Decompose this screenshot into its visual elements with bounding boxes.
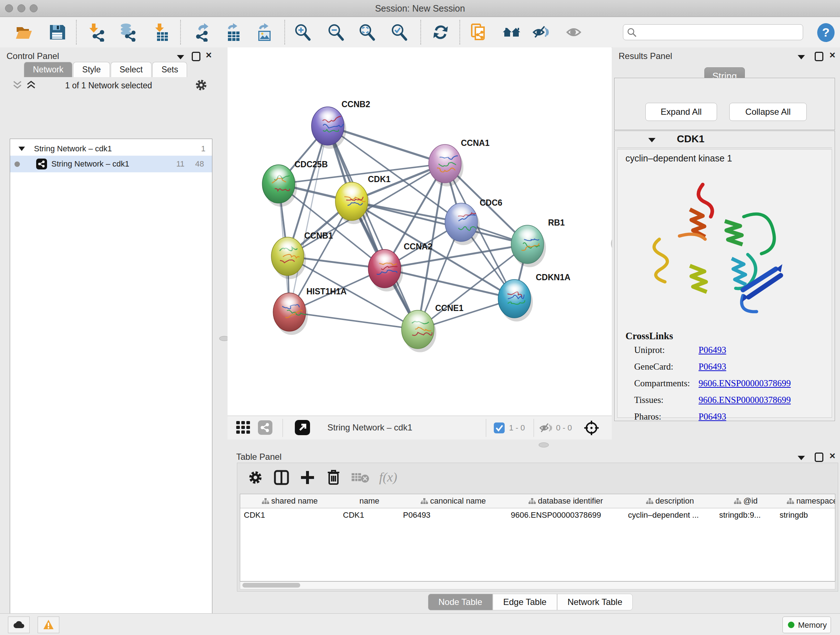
node-label-CCNE1[interactable]: CCNE1 — [435, 303, 463, 313]
network-node-CDKN1A[interactable]: CDKN1A — [498, 272, 570, 321]
network-edge-CCNB2-CCNE1[interactable] — [328, 126, 418, 329]
crosslink-link[interactable]: P06493 — [699, 345, 726, 355]
import-table-icon[interactable] — [152, 23, 171, 42]
table-cell[interactable]: stringdb:9... — [715, 508, 776, 522]
horizontal-splitter[interactable] — [227, 440, 840, 450]
tab-sets[interactable]: Sets — [152, 62, 187, 77]
network-node-CCNB2[interactable]: CCNB2 — [311, 100, 370, 149]
open-in-window-icon[interactable] — [295, 420, 310, 435]
network-edge-CCNA2-CDKN1A[interactable] — [385, 269, 515, 299]
add-column-icon[interactable] — [300, 470, 316, 486]
network-node-CDK1[interactable]: CDK1 — [335, 174, 391, 224]
collapse-all-button[interactable]: Collapse All — [729, 103, 807, 121]
column-header-shared-name[interactable]: shared name — [240, 494, 340, 508]
network-node-RB1[interactable]: RB1 — [511, 218, 565, 267]
tab-node-table[interactable]: Node Table — [428, 594, 493, 610]
network-node-CCNA2[interactable]: CCNA2 — [368, 242, 432, 291]
selected-checkbox-icon[interactable] — [494, 423, 505, 433]
splitter-handle[interactable] — [538, 442, 549, 448]
network-edge-HIST1H1A-CCNE1[interactable] — [289, 312, 418, 329]
string-view-icon[interactable] — [258, 420, 272, 435]
table-cell[interactable]: CDK1 — [240, 508, 339, 522]
table-cell[interactable]: CDK1 — [339, 508, 399, 522]
clone-network-icon[interactable] — [470, 23, 488, 42]
tab-edge-table[interactable]: Edge Table — [493, 594, 557, 610]
network-node-CDC25B[interactable]: CDC25B — [262, 160, 328, 207]
table-scrollbar[interactable] — [240, 581, 835, 589]
expand-all-button[interactable]: Expand All — [645, 103, 717, 121]
tree-expander-icon[interactable] — [18, 146, 25, 151]
crosslink-link[interactable]: P06493 — [699, 362, 726, 372]
float-panel-icon[interactable] — [815, 52, 823, 61]
column-header-description[interactable]: description — [624, 494, 716, 508]
table-cell[interactable]: P06493 — [399, 508, 507, 522]
node-label-CCNB1[interactable]: CCNB1 — [304, 231, 333, 241]
close-panel-icon[interactable]: ✕ — [828, 451, 837, 461]
zoom-out-icon[interactable] — [326, 23, 345, 42]
open-session-icon[interactable] — [14, 23, 33, 42]
cloud-button[interactable] — [8, 616, 30, 633]
crosslink-link[interactable]: 9606.ENSP00000378699 — [699, 395, 791, 405]
refresh-layout-icon[interactable] — [431, 23, 450, 42]
float-panel-icon[interactable] — [192, 52, 201, 61]
tab-network-table[interactable]: Network Table — [557, 594, 633, 610]
table-cell[interactable]: cyclin–dependent ... — [624, 508, 715, 522]
node-label-CDC25B[interactable]: CDC25B — [294, 160, 328, 169]
scrollbar-thumb[interactable] — [242, 583, 300, 587]
network-row-selected[interactable]: String Network – cdk1 11 48 — [10, 156, 212, 172]
node-label-CDC6[interactable]: CDC6 — [480, 198, 502, 207]
node-label-CDK1[interactable]: CDK1 — [368, 174, 391, 184]
zoom-fit-icon[interactable] — [357, 23, 376, 42]
node-label-CDKN1A[interactable]: CDKN1A — [536, 272, 570, 282]
collapse-panel-icon[interactable] — [177, 55, 185, 60]
table-settings-gear-icon[interactable] — [248, 470, 264, 486]
show-columns-icon[interactable] — [273, 470, 289, 486]
column-header-id[interactable]: @id — [715, 494, 776, 508]
table-cell[interactable]: 9606.ENSP00000378699 — [507, 508, 624, 522]
show-all-icon[interactable] — [566, 23, 584, 42]
column-header-name[interactable]: name — [339, 494, 400, 508]
collapse-panel-icon[interactable] — [797, 455, 805, 461]
delete-table-icon[interactable] — [352, 472, 370, 483]
node-label-RB1[interactable]: RB1 — [548, 218, 565, 227]
zoom-in-icon[interactable] — [293, 23, 312, 42]
birdseye-crosshair-icon[interactable] — [584, 420, 600, 436]
hidden-eye-icon[interactable] — [539, 422, 553, 434]
node-label-CCNA2[interactable]: CCNA2 — [404, 242, 432, 251]
import-network-database-icon[interactable] — [118, 23, 137, 42]
memory-button[interactable]: Memory — [783, 616, 831, 633]
function-builder-icon[interactable]: f(x) — [379, 470, 397, 485]
table-cell[interactable]: stringdb — [776, 508, 835, 522]
node-label-CCNA1[interactable]: CCNA1 — [461, 138, 489, 148]
network-node-CCNE1[interactable]: CCNE1 — [401, 303, 463, 352]
network-collection-row[interactable]: String Network – cdk1 1 — [10, 141, 212, 157]
home-icon[interactable] — [502, 23, 521, 42]
network-node-CCNB1[interactable]: CCNB1 — [271, 231, 333, 279]
column-header-canonical-name[interactable]: canonical name — [399, 494, 508, 508]
node-table[interactable]: shared namenamecanonical namedatabase id… — [240, 494, 835, 581]
collapse-result-icon[interactable] — [648, 138, 656, 143]
crosslink-link[interactable]: P06493 — [699, 412, 726, 422]
column-header-namespace[interactable]: namespace — [776, 494, 835, 508]
node-label-HIST1H1A[interactable]: HIST1H1A — [306, 287, 347, 296]
network-node-CDC6[interactable]: CDC6 — [445, 198, 502, 245]
save-session-icon[interactable] — [48, 23, 66, 42]
delete-column-icon[interactable] — [325, 469, 341, 486]
zoom-selected-icon[interactable] — [390, 23, 409, 42]
vertical-splitter[interactable] — [221, 48, 228, 440]
expand-all-tree-icon[interactable] — [26, 80, 36, 90]
column-header-database-identifier[interactable]: database identifier — [507, 494, 625, 508]
close-panel-icon[interactable]: ✕ — [204, 51, 213, 60]
network-canvas[interactable]: CCNB2CCNA1CDC25BCDK1CDC6RB1CCNB1CCNA2CDK… — [227, 48, 612, 416]
import-network-file-icon[interactable] — [88, 23, 106, 42]
search-input[interactable] — [639, 26, 800, 38]
export-table-icon[interactable] — [224, 23, 242, 42]
tab-network[interactable]: Network — [24, 62, 73, 77]
tab-style[interactable]: Style — [73, 62, 110, 77]
collapse-panel-icon[interactable] — [797, 55, 805, 60]
warnings-button[interactable] — [38, 616, 59, 633]
close-panel-icon[interactable]: ✕ — [828, 51, 837, 60]
export-image-icon[interactable] — [255, 23, 273, 42]
tab-select[interactable]: Select — [111, 62, 152, 77]
node-label-CCNB2[interactable]: CCNB2 — [341, 100, 370, 109]
